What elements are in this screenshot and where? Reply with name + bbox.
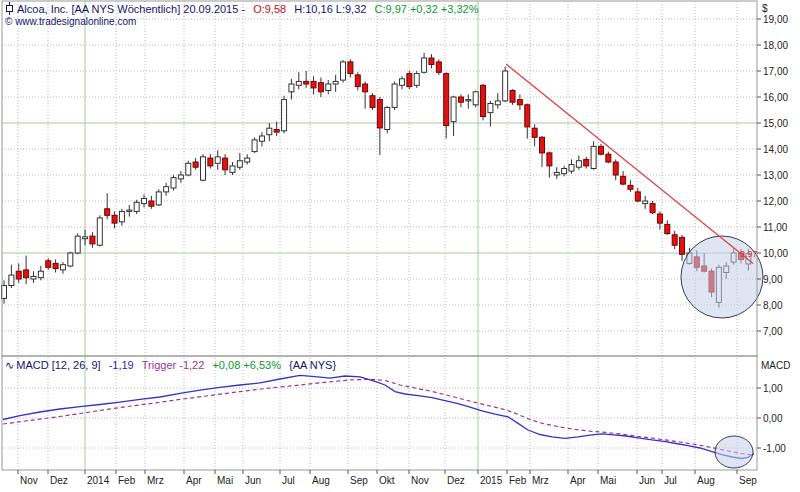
time-tick-label: 2014 (87, 475, 110, 486)
time-tick-label: Sep (350, 475, 368, 486)
price-tick-label: 7,00 (763, 326, 783, 337)
macd-indicator-label: MACD [12, 26, 9] (16, 359, 100, 371)
downtrend-line (506, 64, 753, 263)
pane-borders (2, 1, 757, 470)
macd-value: -1,19 (109, 359, 134, 371)
time-tick-label: Feb (509, 475, 527, 486)
time-tick-label: Nov (20, 475, 38, 486)
trading-chart-window: { "header": { "title": "Alcoa, Inc. [AA … (0, 0, 800, 492)
time-tick-label: Mrz (147, 475, 164, 486)
copyright-line: © www.tradesignalonline.com (5, 16, 136, 28)
close-change-values: C:9,97 +0,32 +3,32% (374, 3, 478, 15)
price-tick-label: 9,00 (763, 274, 783, 285)
candles-layer (2, 53, 751, 308)
macd-symbol: {AA NYS} (289, 359, 336, 371)
macd-highlight-ellipse (715, 436, 753, 468)
time-tick-label: 2015 (480, 475, 503, 486)
macd-axis: 1,000,00-1,00 (757, 383, 786, 454)
time-tick-label: Mrz (532, 475, 549, 486)
time-tick-label: Feb (118, 475, 136, 486)
macd-tick-label: 0,00 (763, 413, 783, 424)
price-tick-label: 14,00 (763, 144, 788, 155)
open-value: O:9,58 (253, 3, 286, 15)
price-tick-label: 19,00 (763, 14, 788, 25)
price-axis-unit: $ (762, 3, 768, 15)
macd-axis-title: MACD (761, 360, 790, 372)
time-tick-label: Nov (411, 475, 429, 486)
time-tick-label: Mai (217, 475, 233, 486)
time-tick-label: Apr (570, 475, 586, 486)
price-tick-label: 11,00 (763, 222, 788, 233)
macd-label-row: ∿MACD [12, 26, 9] -1,19 Trigger -1,22 +0… (5, 359, 336, 371)
sine-wave-icon: ∿ (5, 359, 14, 371)
price-tick-label: 13,00 (763, 170, 788, 181)
price-tick-label: 12,00 (763, 196, 788, 207)
time-tick-label: Aug (312, 475, 330, 486)
chart-canvas: 9,9719,0018,0017,0016,0015,0014,0013,001… (0, 0, 800, 492)
macd-tick-label: -1,00 (763, 443, 786, 454)
time-tick-label: Mai (600, 475, 616, 486)
price-tick-label: 17,00 (763, 66, 788, 77)
macd-change-value: +0,08 +6,53% (212, 359, 281, 371)
macd-trigger-value: Trigger -1,22 (142, 359, 205, 371)
chart-header: Alcoa, Inc. [AA NYS Wöchentlich] 20.09.2… (5, 2, 478, 17)
instrument-title: Alcoa, Inc. [AA NYS Wöchentlich] 20.09.2… (17, 3, 245, 15)
time-tick-label: Dez (50, 475, 68, 486)
grid-layer (2, 1, 757, 470)
candlestick-icon (5, 2, 14, 17)
macd-tick-label: 1,00 (763, 383, 783, 394)
time-tick-label: Jul (664, 475, 677, 486)
high-low-values: H:10,16 L:9,32 (294, 3, 366, 15)
time-tick-label: Jul (282, 475, 295, 486)
price-tick-label: 16,00 (763, 92, 788, 103)
time-tick-label: Jun (245, 475, 261, 486)
time-tick-label: Apr (186, 475, 202, 486)
time-tick-label: Jun (639, 475, 655, 486)
time-tick-label: Aug (697, 475, 715, 486)
price-tick-label: 18,00 (763, 40, 788, 51)
time-tick-label: Okt (379, 475, 395, 486)
last-price-marker: 9,97 (740, 249, 758, 259)
macd-trigger-line (3, 379, 754, 455)
time-tick-label: Sep (739, 475, 757, 486)
price-tick-label: 8,00 (763, 300, 783, 311)
time-tick-label: Dez (447, 475, 465, 486)
price-tick-label: 10,00 (763, 248, 788, 259)
time-axis: NovDez2014FebMrzAprMaiJunJulAugSepOktNov… (18, 470, 757, 486)
price-tick-label: 15,00 (763, 118, 788, 129)
